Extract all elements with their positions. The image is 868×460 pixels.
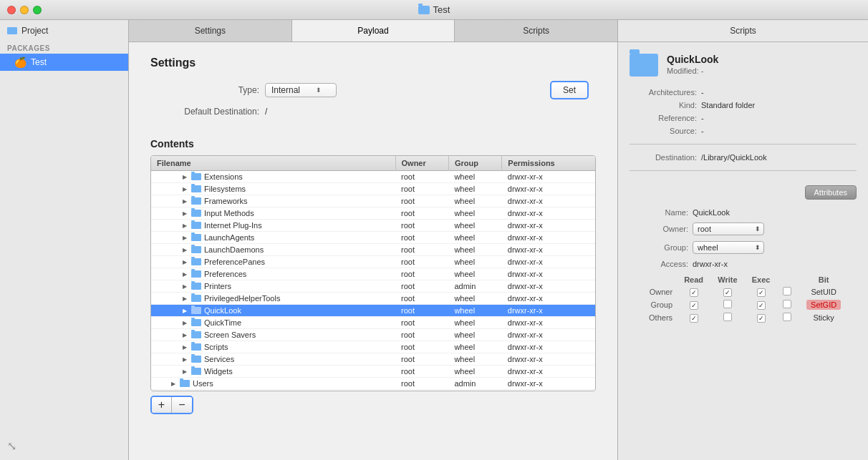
filename-label: QuickLook <box>204 306 241 315</box>
sidebar-project[interactable]: Project <box>0 20 128 41</box>
expand-arrow: ▶ <box>183 344 187 351</box>
folder-icon <box>191 258 201 265</box>
modified-value: - <box>701 67 704 75</box>
exec-checkbox[interactable] <box>757 288 766 297</box>
col-filename: Filename <box>151 156 395 171</box>
folder-icon <box>191 270 201 278</box>
name-attr-value: QuickLook <box>693 208 730 217</box>
table-row[interactable]: ▶ Frameworks root wheel drwxr-xr-x <box>151 195 595 207</box>
filename-cell: ▶ Screen Savers <box>151 329 395 341</box>
folder-icon <box>191 295 201 302</box>
write-checkbox[interactable] <box>723 300 732 308</box>
remove-button[interactable]: − <box>172 397 192 413</box>
owner-cell: root <box>395 195 448 207</box>
maximize-button[interactable] <box>33 6 42 14</box>
name-attr-label: Name: <box>635 208 693 217</box>
filename-cell: ▶ Internet Plug-Ins <box>151 220 395 232</box>
folder-icon <box>191 246 201 253</box>
write-checkbox[interactable] <box>723 288 732 297</box>
add-remove-group: + − <box>150 396 193 414</box>
content-area: Settings Payload Scripts Settings Type: … <box>129 20 617 460</box>
table-row[interactable]: ▶ PreferencePanes root wheel drwxr-xr-x <box>151 256 595 268</box>
right-panel-tab-scripts[interactable]: Scripts <box>618 20 868 41</box>
folder-icon <box>191 222 201 229</box>
kind-label: Kind: <box>630 101 701 109</box>
destination-info-value: /Library/QuickLook <box>701 153 767 162</box>
table-row[interactable]: ▶ QuickTime root wheel drwxr-xr-x <box>151 317 595 329</box>
minimize-button[interactable] <box>20 6 29 14</box>
table-row[interactable]: ▶ QuickLook root wheel drwxr-xr-x <box>151 305 595 317</box>
write-checkbox[interactable] <box>723 313 732 321</box>
main-layout: Project PACKAGES 🍊 Test ⤡ Settings Paylo… <box>0 20 868 460</box>
table-row[interactable]: ▶ PrivilegedHelperTools root wheel drwxr… <box>151 293 595 305</box>
table-bottom-bar: + − <box>150 396 596 414</box>
table-row[interactable]: ▶ Filesystems root wheel drwxr-xr-x <box>151 183 595 195</box>
table-row[interactable]: ▶ Services root wheel drwxr-xr-x <box>151 353 595 366</box>
sidebar-project-label: Project <box>21 26 48 36</box>
filename-label: LaunchDaemons <box>204 245 264 254</box>
titlebar-buttons <box>7 6 42 14</box>
table-row[interactable]: ▶ Widgets root wheel drwxr-xr-x <box>151 366 595 378</box>
bit-checkbox[interactable] <box>783 313 791 321</box>
table-row[interactable]: ▶ Users root admin drwxr-xr-x <box>151 378 595 390</box>
group-cell: wheel <box>448 366 501 378</box>
owner-cell: root <box>395 366 448 378</box>
table-row[interactable]: ▶ LaunchDaemons root wheel drwxr-xr-x <box>151 244 595 256</box>
group-cell: wheel <box>448 341 501 353</box>
table-row[interactable]: ▶ Scripts root wheel drwxr-xr-x <box>151 341 595 353</box>
sidebar-item-test[interactable]: 🍊 Test <box>0 54 128 71</box>
table-row[interactable]: ▶ Extensions root wheel drwxr-xr-x <box>151 171 595 183</box>
folder-icon <box>191 173 201 180</box>
filename-label: Input Methods <box>204 209 254 217</box>
modified-label: Modified: <box>667 67 699 75</box>
close-button[interactable] <box>7 6 16 14</box>
exec-checkbox[interactable] <box>757 314 766 323</box>
expand-arrow: ▶ <box>183 186 187 192</box>
source-value: - <box>701 127 704 135</box>
perm-row-label: Owner <box>635 285 677 298</box>
package-icon: 🍊 <box>14 57 26 68</box>
owner-cell: root <box>395 171 448 183</box>
window-title: Test <box>418 4 450 15</box>
tab-settings[interactable]: Settings <box>129 20 292 41</box>
filename-label: Screen Savers <box>204 331 256 339</box>
tab-scripts[interactable]: Scripts <box>455 20 617 41</box>
exec-cell <box>745 285 777 298</box>
read-checkbox[interactable] <box>690 314 698 323</box>
exec-checkbox[interactable] <box>757 301 766 310</box>
table-row[interactable]: ▶ Preferences root wheel drwxr-xr-x <box>151 268 595 280</box>
filename-label: LaunchAgents <box>204 233 254 242</box>
titlebar: Test <box>0 0 868 20</box>
bit-checkbox[interactable] <box>783 300 791 308</box>
bit-checkbox[interactable] <box>783 287 791 295</box>
add-button[interactable]: + <box>152 397 172 413</box>
tab-payload[interactable]: Payload <box>292 20 455 41</box>
attributes-button[interactable]: Attributes <box>805 185 857 200</box>
folder-icon <box>191 368 201 375</box>
perm-header-row: Read Write Exec Bit <box>635 274 851 285</box>
table-row[interactable]: ▶ Printers root admin drwxr-xr-x <box>151 280 595 293</box>
expand-arrow: ▶ <box>183 332 187 338</box>
filename-cell: ▶ LaunchAgents <box>151 232 395 244</box>
expand-arrow: ▶ <box>183 198 187 205</box>
table-row[interactable]: ▶ Screen Savers root wheel drwxr-xr-x <box>151 329 595 341</box>
filename-label: Printers <box>204 282 231 290</box>
bit-label-cell: SetGID <box>796 298 851 311</box>
table-row[interactable]: ▶ LaunchAgents root wheel drwxr-xr-x <box>151 232 595 244</box>
filename-cell: ▶ Extensions <box>151 171 395 183</box>
set-button[interactable]: Set <box>550 81 589 99</box>
read-checkbox[interactable] <box>690 301 698 310</box>
folder-icon <box>191 343 201 351</box>
type-select[interactable]: Internal ⬍ <box>265 83 337 97</box>
col-permissions: Permissions <box>502 156 595 171</box>
owner-select[interactable]: root ⬍ <box>693 222 764 235</box>
group-select-arrow: ⬍ <box>755 244 761 251</box>
file-table-wrapper[interactable]: Filename Owner Group Permissions ▶ Exten… <box>150 155 596 391</box>
read-checkbox[interactable] <box>690 288 698 297</box>
kind-row: Kind: Standard folder <box>630 101 857 109</box>
destination-row: Default Destination: / <box>150 107 596 117</box>
table-row[interactable]: ▶ Input Methods root wheel drwxr-xr-x <box>151 207 595 220</box>
table-row[interactable]: ▶ Internet Plug-Ins root wheel drwxr-xr-… <box>151 220 595 232</box>
group-select[interactable]: wheel ⬍ <box>693 241 764 254</box>
access-attr-value: drwxr-xr-x <box>693 260 728 268</box>
